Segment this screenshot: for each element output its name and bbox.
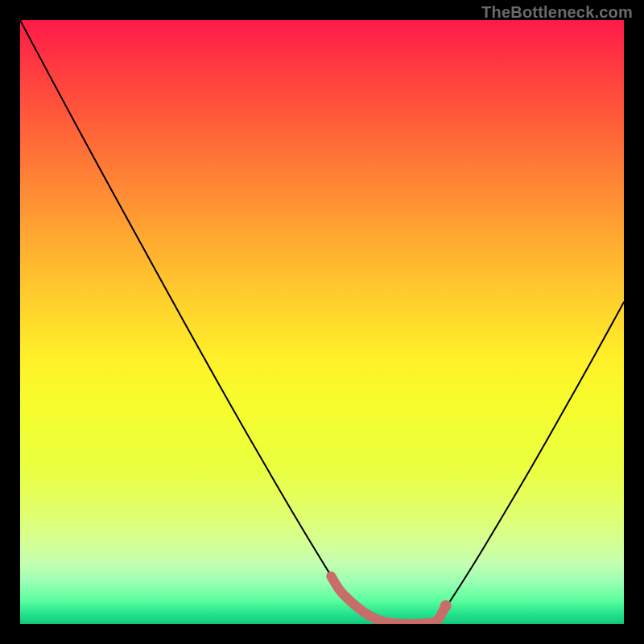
chart-svg <box>20 20 624 624</box>
curve-line <box>20 20 624 624</box>
chart-frame: TheBottleneck.com <box>0 0 644 644</box>
highlight-end-dot <box>440 601 452 612</box>
watermark-text: TheBottleneck.com <box>481 3 633 22</box>
plot-area <box>20 20 624 624</box>
highlight-segment <box>331 576 446 624</box>
